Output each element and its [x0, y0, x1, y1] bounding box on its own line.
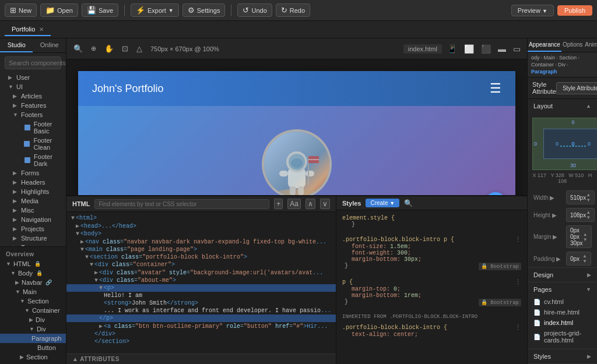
tree-item-footer-clean[interactable]: Footer Clean [0, 136, 66, 152]
html-line-body[interactable]: ▼<body> [66, 230, 336, 238]
open-button[interactable]: 📁 Open [40, 3, 78, 17]
html-line-html[interactable]: ▼<html> [66, 214, 336, 222]
tree-item-misc[interactable]: ▶ Misc [0, 206, 66, 215]
tree-item-forms[interactable]: ▶ Forms [0, 168, 66, 178]
ov-button[interactable]: Button [0, 343, 66, 352]
html-line-text1[interactable]: Hello! I am [66, 292, 336, 299]
style-block-menu-inh[interactable]: ⋮ [515, 324, 521, 331]
ov-container[interactable]: ▼ Container [0, 306, 66, 315]
expand-icon[interactable]: ∨ [320, 199, 330, 209]
settings-button[interactable]: ⚙ Settings [182, 3, 226, 17]
design-section-header[interactable]: Design ▶ [528, 268, 597, 282]
css-selector[interactable]: p { [342, 279, 353, 285]
width-stepper[interactable]: ▲▼ [586, 192, 591, 203]
html-line-text2[interactable]: ... I work as interface and front end de… [66, 307, 336, 314]
select-tool-icon[interactable]: ⊡ [120, 43, 131, 54]
html-search-input[interactable] [99, 201, 265, 207]
css-prop[interactable]: margin-top: 0; [342, 286, 521, 292]
ov-html[interactable]: ▼ HTML 🔒 [0, 259, 66, 268]
page-item-index[interactable]: 📄 index.html [533, 317, 591, 328]
save-button[interactable]: 💾 Save [82, 3, 118, 17]
page-item-projects[interactable]: 📄 projects-grid-cards.html [533, 328, 591, 345]
canvas-area[interactable]: John's Portfolio ☰ [66, 59, 527, 195]
zoom-in-icon[interactable]: ⊕ [89, 44, 99, 54]
html-line-container[interactable]: ▼<div class="container"> [66, 261, 336, 268]
insert-icon[interactable]: + [274, 199, 283, 209]
tree-item-projects[interactable]: ▶ Projects [0, 224, 66, 234]
css-prop-inh[interactable]: text-align: center; [342, 331, 521, 338]
tab-options[interactable]: Options [561, 38, 584, 52]
new-button[interactable]: ⊞ New [5, 3, 37, 17]
ov-section[interactable]: ▼ Section [0, 296, 66, 306]
tab-online[interactable]: Online [33, 38, 65, 52]
desktop-md-icon[interactable]: ▬ [496, 43, 508, 55]
height-stepper[interactable]: ▲▼ [586, 210, 591, 220]
html-line-about[interactable]: ▼<div class="about-me"> [66, 277, 336, 284]
page-item-hire[interactable]: 📄 hire-me.html [533, 307, 591, 317]
tab-appearance[interactable]: Appearance [528, 38, 561, 52]
html-line-avatar[interactable]: ▶<div class="avatar" style="background-i… [66, 268, 336, 277]
file-label[interactable]: index.html [403, 44, 442, 54]
bc-body[interactable]: ody [531, 55, 540, 61]
html-search[interactable] [94, 199, 269, 209]
html-line-p-close[interactable]: </p> [66, 314, 336, 322]
preview-button[interactable]: Preview ▼ [511, 5, 554, 16]
ov-main[interactable]: ▼ Main [0, 287, 66, 296]
css-selector-inh[interactable]: .portfolio-block.block-intro { [342, 324, 447, 331]
html-line-section-close[interactable]: </section> [66, 338, 336, 345]
bc-container[interactable]: Container [531, 62, 554, 68]
html-line-main[interactable]: ▼<main class="page landing-page"> [66, 246, 336, 253]
margin-stepper[interactable]: ▲▼ [583, 232, 588, 242]
layout-section-header[interactable]: Layout ▲ [528, 99, 597, 113]
pages-section-header[interactable]: Pages ▼ [528, 282, 597, 296]
tree-item-footers[interactable]: ▼ Footers [0, 110, 66, 119]
style-block-menu[interactable]: ⋮ [515, 236, 521, 243]
create-style-button[interactable]: Create ▼ [366, 199, 399, 207]
tab-close-icon[interactable]: ✕ [39, 26, 44, 33]
bc-main[interactable]: Main [543, 55, 555, 61]
tree-item-headers[interactable]: ▶ Headers [0, 178, 66, 187]
collapse-icon[interactable]: ∧ [305, 199, 315, 209]
ov-section-2[interactable]: ▶ Section [0, 352, 66, 362]
html-line-div-close[interactable]: </div> [66, 330, 336, 338]
search-input[interactable] [9, 59, 66, 66]
tablet-icon[interactable]: ⬜ [462, 43, 476, 55]
tree-item-structure[interactable]: ▶ Structure [0, 234, 66, 243]
style-attribute-select[interactable]: Style Attribute [556, 82, 597, 94]
bc-section[interactable]: Section [559, 55, 577, 61]
ov-div-2[interactable]: ▼ Div [0, 324, 66, 334]
html-line-nav[interactable]: ▶<nav class="navbar navbar-dark navbar-e… [66, 238, 336, 246]
mobile-icon[interactable]: 📱 [445, 43, 459, 55]
undo-button[interactable]: ↺ Undo [237, 3, 272, 17]
tree-item-media[interactable]: ▶ Media [0, 196, 66, 206]
html-line-section[interactable]: ▼<section class="portfolio-block block-i… [66, 253, 336, 261]
html-line-strong[interactable]: <strong>John Smith</strong> [66, 299, 336, 307]
tab-animation[interactable]: Animation [584, 38, 597, 52]
tree-item-highlights[interactable]: ▶ Highlights [0, 187, 66, 196]
css-selector[interactable]: element.style { [342, 215, 521, 221]
zoom-out-icon[interactable]: 🔍 [71, 43, 85, 54]
margin-value[interactable]: 0px 0px 30px ▲▼ [566, 225, 592, 248]
html-line-btn[interactable]: ▶<a class="btn btn-outline-primary" role… [66, 322, 336, 330]
style-block-menu-p[interactable]: ⋮ [515, 278, 521, 286]
page-item-cv[interactable]: 📄 cv.html [533, 296, 591, 307]
css-prop[interactable]: font-weight: 300; [342, 250, 521, 256]
html-line-head[interactable]: ▶<head>...</head> [66, 222, 336, 230]
padding-stepper[interactable]: ▲▼ [582, 253, 587, 264]
publish-button[interactable]: Publish [557, 5, 592, 16]
export-button[interactable]: ⚡ Export ▼ [131, 3, 179, 17]
redo-button[interactable]: ↻ Redo [276, 3, 310, 17]
tree-item-footer-dark[interactable]: Footer Dark [0, 152, 66, 168]
padding-value[interactable]: 0px ▲▼ [566, 252, 591, 266]
desktop-lg-icon[interactable]: ▭ [511, 43, 522, 55]
search-box[interactable]: 🔍 [5, 56, 61, 69]
tree-item-footer-basic[interactable]: Footer Basic [0, 119, 66, 136]
bc-paragraph[interactable]: Paragraph [531, 69, 557, 75]
bc-div[interactable]: Div [558, 62, 566, 68]
search-icon-styles[interactable]: 🔍 [404, 199, 413, 207]
tree-item-features[interactable]: ▶ Features [0, 101, 66, 110]
css-selector[interactable]: .portfolio-block.block-intro p { [342, 236, 454, 243]
tree-item-ui[interactable]: ▼ UI [0, 82, 66, 91]
height-value[interactable]: 108px ▲▼ [566, 208, 595, 222]
css-prop[interactable]: font-size: 1.5em; [342, 243, 521, 250]
